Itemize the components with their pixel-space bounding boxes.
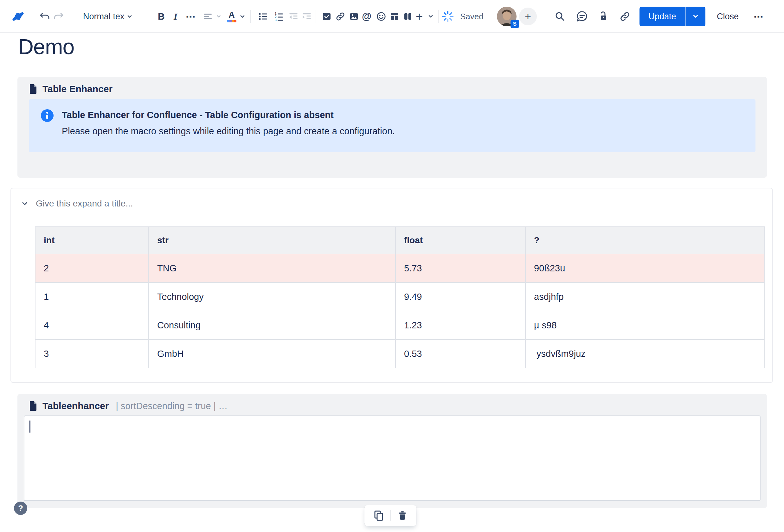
table-cell[interactable]: 0.53: [395, 339, 525, 368]
table-cell[interactable]: Technology: [149, 283, 395, 311]
table-icon: [389, 11, 400, 22]
macro-body-editor[interactable]: [24, 415, 760, 501]
block-style-dropdown[interactable]: Normal text: [83, 12, 133, 22]
outdent-icon: [288, 10, 300, 23]
table-row: 4Consulting1.23µ s98: [35, 311, 765, 339]
copy-node-button[interactable]: [373, 509, 385, 522]
table-cell[interactable]: µ s98: [525, 311, 765, 339]
image-button[interactable]: [348, 11, 359, 22]
update-options-chevron[interactable]: [686, 7, 705, 26]
table-cell[interactable]: asdjhfp: [525, 283, 765, 311]
toolbar-divider: [390, 510, 391, 521]
table-cell[interactable]: 4: [35, 311, 149, 339]
data-table: intstrfloat? 2TNG5.7390ß23u1Technology9.…: [35, 227, 765, 368]
alignment-dropdown[interactable]: [202, 11, 222, 22]
comments-button[interactable]: [576, 10, 589, 23]
table-cell[interactable]: Consulting: [149, 311, 395, 339]
block-style-label: Normal text: [83, 12, 123, 22]
mention-button[interactable]: @: [362, 11, 371, 22]
copy-icon: [373, 509, 385, 522]
macro-parameters: | sortDescending = true | …: [116, 401, 228, 411]
task-button[interactable]: [321, 11, 332, 22]
table-header-cell[interactable]: int: [35, 227, 149, 254]
link-button[interactable]: [335, 11, 346, 22]
tableenhancer-macro-panel[interactable]: Tableenhancer | sortDescending = true | …: [18, 394, 767, 508]
expand-collapse-chevron[interactable]: [21, 200, 29, 208]
undo-button[interactable]: [39, 10, 51, 23]
table-header-cell[interactable]: str: [149, 227, 395, 254]
copy-link-button[interactable]: [619, 10, 631, 23]
table-cell[interactable]: GmbH: [149, 339, 395, 368]
table-enhancer-macro-panel[interactable]: Table Enhancer Table Enhancer for Conflu…: [18, 77, 767, 178]
insert-dropdown-chevron[interactable]: [427, 13, 434, 20]
search-button[interactable]: [554, 10, 566, 23]
table-cell[interactable]: 1.23: [395, 311, 525, 339]
table-row: 1Technology9.49asdjhfp: [35, 283, 765, 311]
table-button[interactable]: [389, 11, 400, 22]
table-cell[interactable]: TNG: [149, 254, 395, 283]
numbered-list-button[interactable]: 123: [273, 10, 285, 23]
document-icon: [29, 401, 37, 411]
close-button[interactable]: Close: [717, 12, 739, 22]
table-cell[interactable]: ysdvßm9juz: [525, 339, 765, 368]
editor-toolbar: Normal text B I ⋯ A: [0, 0, 784, 33]
table-cell[interactable]: 5.73: [395, 254, 525, 283]
expand-title-input[interactable]: Give this expand a title...: [36, 199, 133, 209]
toolbar-divider: [250, 10, 251, 23]
macro-header: Table Enhancer: [18, 77, 767, 95]
table-row: 3GmbH0.53 ysdvßm9juz: [35, 339, 765, 368]
chevron-down-icon: [126, 13, 133, 20]
image-icon: [348, 11, 359, 22]
unlock-button[interactable]: [597, 10, 610, 23]
chevron-down-icon: [239, 13, 246, 20]
table-header-cell[interactable]: ?: [525, 227, 765, 254]
autosave-spinner-icon: [441, 10, 454, 23]
more-formatting-button[interactable]: ⋯: [186, 11, 196, 22]
table-cell[interactable]: 1: [35, 283, 149, 311]
columns-layout-icon: [402, 11, 413, 22]
table-cell[interactable]: 9.49: [395, 283, 525, 311]
macro-header: Tableenhancer | sortDescending = true | …: [18, 394, 767, 412]
table-cell[interactable]: 2: [35, 254, 149, 283]
table-cell[interactable]: 90ß23u: [525, 254, 765, 283]
delete-node-button[interactable]: [397, 510, 408, 521]
bold-button[interactable]: B: [158, 11, 165, 22]
alignment-icon: [202, 11, 214, 22]
floating-node-toolbar: [364, 505, 416, 526]
chevron-down-icon: [21, 200, 29, 208]
table-header-cell[interactable]: float: [395, 227, 525, 254]
help-button[interactable]: ?: [14, 502, 27, 515]
unlock-icon: [597, 10, 610, 23]
indent-button[interactable]: [301, 10, 313, 23]
bullet-list-button[interactable]: [257, 10, 269, 23]
redo-icon: [53, 10, 65, 23]
text-color-dropdown[interactable]: A: [227, 11, 246, 23]
insert-more-button[interactable]: +: [416, 10, 423, 23]
redo-button[interactable]: [53, 10, 65, 23]
indent-icon: [301, 10, 313, 23]
update-button[interactable]: Update: [640, 7, 686, 26]
chevron-down-icon: [692, 13, 699, 20]
outdent-button[interactable]: [288, 10, 300, 23]
table-row: 2TNG5.7390ß23u: [35, 254, 765, 283]
chain-link-icon: [619, 10, 631, 23]
search-icon: [554, 10, 566, 23]
macro-name: Tableenhancer: [43, 401, 109, 411]
layouts-button[interactable]: [402, 11, 413, 22]
chevron-down-icon: [427, 13, 434, 20]
info-icon: [41, 109, 54, 122]
editor-overflow-button[interactable]: ⋯: [754, 11, 764, 22]
italic-button[interactable]: I: [174, 11, 177, 22]
page-title[interactable]: Demo: [18, 34, 74, 59]
avatar[interactable]: S: [497, 7, 516, 26]
info-banner-body: Please open the macro settings while edi…: [62, 126, 743, 137]
table-cell[interactable]: 3: [35, 339, 149, 368]
task-checkbox-icon: [321, 11, 332, 22]
emoji-button[interactable]: [376, 11, 387, 22]
avatar-status-badge: S: [510, 20, 519, 28]
comment-icon: [576, 10, 589, 23]
table-header-row: intstrfloat?: [35, 227, 765, 254]
toolbar-divider: [438, 10, 439, 23]
info-banner: Table Enhancer for Confluence - Table Co…: [29, 99, 755, 152]
invite-button[interactable]: +: [519, 8, 537, 25]
